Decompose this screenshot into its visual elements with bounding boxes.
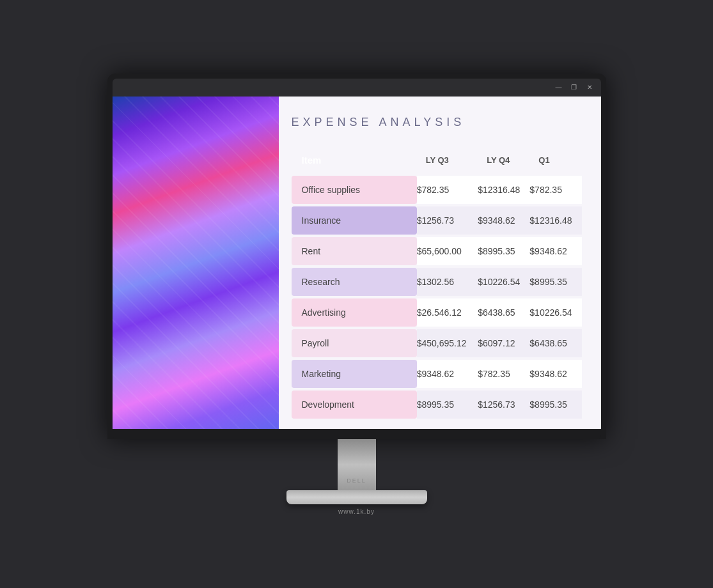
lyq3-value-5: $450,695.12 [417, 329, 478, 357]
q1-value-2: $9348.62 [529, 237, 581, 265]
table-row: Marketing$9348.62$782.35$9348.62 [292, 360, 582, 388]
titlebar: — ❐ ✕ [113, 79, 601, 97]
q1-value-6: $9348.62 [529, 360, 581, 388]
q1-value-4: $10226.54 [529, 298, 581, 327]
page-title: EXPENSE ANALYSIS [292, 116, 582, 129]
monitor-wrapper: — ❐ ✕ EXPENSE ANALYSIS Item LY Q3 LY Q4 [107, 74, 606, 515]
item-cell-3: Research [292, 268, 417, 296]
lyq4-value-1: $9348.62 [478, 206, 529, 235]
header-lyq3: LY Q3 [417, 147, 478, 173]
maximize-button[interactable]: ❐ [569, 82, 579, 93]
website-label: www.1k.by [338, 508, 375, 515]
item-label-5: Payroll [292, 329, 417, 357]
item-label-1: Insurance [292, 206, 417, 235]
q1-value-5: $6438.65 [529, 329, 581, 357]
monitor-stand-neck [338, 439, 376, 490]
table-row: Advertising$26.546.12$6438.65$10226.54 [292, 298, 582, 327]
monitor-frame: — ❐ ✕ EXPENSE ANALYSIS Item LY Q3 LY Q4 [107, 74, 606, 439]
q1-value-3: $8995.35 [529, 268, 581, 296]
lyq4-value-2: $8995.35 [478, 237, 529, 265]
table-row: Office supplies$782.35$12316.48$782.35 [292, 176, 582, 204]
lyq4-value-3: $10226.54 [478, 268, 529, 296]
item-label-0: Office supplies [292, 176, 417, 204]
q1-value-1: $12316.48 [529, 206, 581, 235]
header-q1: Q1 [529, 147, 581, 173]
lyq4-value-7: $1256.73 [478, 391, 529, 419]
decorative-image [113, 97, 279, 429]
table-header-row: Item LY Q3 LY Q4 Q1 [292, 147, 582, 173]
content-panel: EXPENSE ANALYSIS Item LY Q3 LY Q4 Q1 Off… [279, 97, 601, 429]
lyq3-value-7: $8995.35 [417, 391, 478, 419]
item-cell-5: Payroll [292, 329, 417, 357]
q1-value-0: $782.35 [529, 176, 581, 204]
decorative-panel [113, 97, 279, 429]
expense-table: Item LY Q3 LY Q4 Q1 Office supplies$782.… [292, 144, 582, 421]
item-cell-0: Office supplies [292, 176, 417, 204]
item-cell-7: Development [292, 391, 417, 419]
lyq3-value-6: $9348.62 [417, 360, 478, 388]
item-label-7: Development [292, 391, 417, 419]
minimize-button[interactable]: — [554, 82, 564, 93]
monitor-bezel-bottom [113, 429, 601, 439]
item-cell-4: Advertising [292, 298, 417, 327]
table-row: Rent$65,600.00$8995.35$9348.62 [292, 237, 582, 265]
lyq3-value-4: $26.546.12 [417, 298, 478, 327]
lyq3-value-2: $65,600.00 [417, 237, 478, 265]
table-row: Development$8995.35$1256.73$8995.35 [292, 391, 582, 419]
lyq4-value-0: $12316.48 [478, 176, 529, 204]
table-row: Research$1302.56$10226.54$8995.35 [292, 268, 582, 296]
lyq3-value-1: $1256.73 [417, 206, 478, 235]
header-item: Item [292, 147, 417, 173]
item-label-6: Marketing [292, 360, 417, 388]
table-row: Payroll$450,695.12$6097.12$6438.65 [292, 329, 582, 357]
lyq3-value-0: $782.35 [417, 176, 478, 204]
header-lyq4: LY Q4 [478, 147, 529, 173]
monitor-screen: EXPENSE ANALYSIS Item LY Q3 LY Q4 Q1 Off… [113, 97, 601, 429]
item-cell-2: Rent [292, 237, 417, 265]
lyq3-value-3: $1302.56 [417, 268, 478, 296]
item-label-3: Research [292, 268, 417, 296]
item-cell-1: Insurance [292, 206, 417, 235]
table-body: Office supplies$782.35$12316.48$782.35In… [292, 176, 582, 419]
item-label-2: Rent [292, 237, 417, 265]
lyq4-value-4: $6438.65 [478, 298, 529, 327]
monitor-stand-base [286, 490, 427, 504]
item-cell-6: Marketing [292, 360, 417, 388]
item-label-4: Advertising [292, 298, 417, 327]
close-button[interactable]: ✕ [584, 82, 595, 93]
lyq4-value-5: $6097.12 [478, 329, 529, 357]
lyq4-value-6: $782.35 [478, 360, 529, 388]
q1-value-7: $8995.35 [529, 391, 581, 419]
table-row: Insurance$1256.73$9348.62$12316.48 [292, 206, 582, 235]
